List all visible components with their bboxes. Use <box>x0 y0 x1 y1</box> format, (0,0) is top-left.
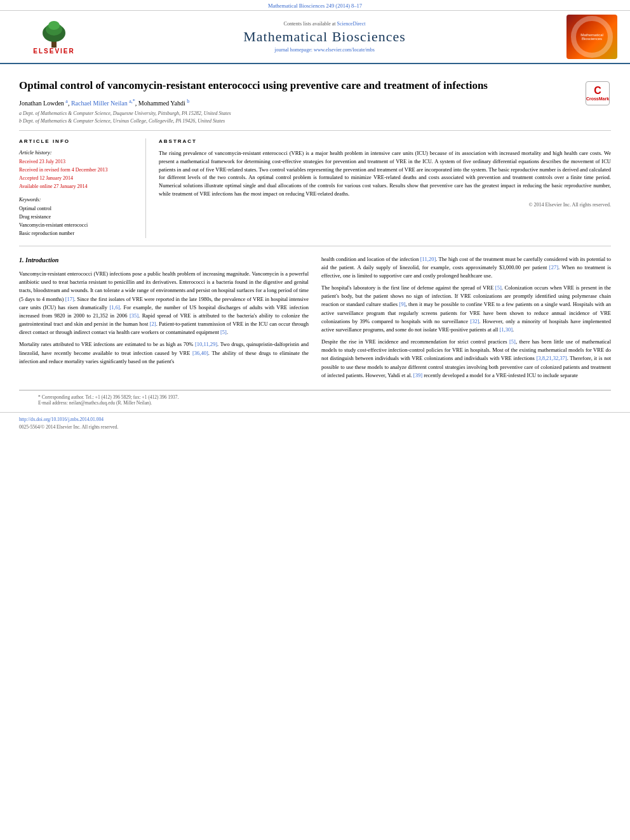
author-jonathan: Jonathan Lowden <box>19 100 64 107</box>
right-para-3: Despite the rise in VRE incidence and re… <box>321 338 611 380</box>
ref-10-11-29[interactable]: [10,11,29] <box>195 341 217 347</box>
journal-header-left: ELSEVIER <box>13 19 95 55</box>
right-para-1: health condition and location of the inf… <box>321 255 611 281</box>
keyword-3: Vancomycin-resistant enterococci <box>19 222 136 230</box>
keywords-title: Keywords: <box>19 197 136 203</box>
article-info-abstract-section: ARTICLE INFO Article history: Received 2… <box>19 131 611 246</box>
affiliations: a Dept. of Mathematics & Computer Scienc… <box>19 110 579 125</box>
main-content: Optimal control of vancomycin-resistant … <box>0 64 630 390</box>
these-word: these <box>245 350 256 356</box>
journal-issue-info: Mathematical Biosciences 249 (2014) 8–17 <box>268 3 362 9</box>
abstract-heading: ABSTRACT <box>159 138 611 144</box>
ref-5a[interactable]: [5] <box>220 329 227 335</box>
keyword-4: Basic reproduction number <box>19 230 136 238</box>
article-title: Optimal control of vancomycin-resistant … <box>19 78 579 93</box>
affiliation-a: a Dept. of Mathematics & Computer Scienc… <box>19 110 579 117</box>
svg-rect-0 <box>51 41 57 48</box>
sup-b: b <box>187 98 189 104</box>
body-two-columns: 1. Introduction Vancomycin-resistant ent… <box>19 255 611 383</box>
affiliation-b: b Dept. of Mathematics & Computer Scienc… <box>19 117 579 125</box>
footnote-star: * Corresponding author. Tel.: +1 (412) 3… <box>38 394 592 400</box>
ref-5c[interactable]: [5] <box>509 338 516 345</box>
body-right-column: health condition and location of the inf… <box>321 255 611 383</box>
article-history: Article history: Received 23 July 2013 R… <box>19 149 136 190</box>
ref-27[interactable]: [27] <box>549 264 558 270</box>
sup-a1: a <box>65 98 68 104</box>
ref-5b[interactable]: [5] <box>495 284 502 291</box>
journal-top-bar: Mathematical Biosciences 249 (2014) 8–17 <box>0 0 630 11</box>
intro-para-1: Vancomycin-resistant enterococci (VRE) i… <box>19 270 309 337</box>
body-section: 1. Introduction Vancomycin-resistant ent… <box>19 246 611 383</box>
article-title-text: Optimal control of vancomycin-resistant … <box>19 78 579 125</box>
elsevier-tree-icon <box>35 19 73 48</box>
ref-32a[interactable]: [32] <box>470 318 479 324</box>
crossmark-inner: C CrossMark <box>586 84 609 102</box>
ref-3-8-21-32-37[interactable]: [3,8,21,32,37] <box>537 355 567 361</box>
ref-39[interactable]: [39] <box>413 372 422 378</box>
crossmark-box[interactable]: C CrossMark <box>586 81 610 105</box>
crossmark-badge[interactable]: C CrossMark <box>586 81 611 107</box>
ref-1-30[interactable]: [1,30] <box>500 326 513 333</box>
ref-11-20[interactable]: [11,20] <box>420 256 436 262</box>
journal-header-right: MathematicalBiosciences <box>554 15 617 59</box>
page-footer: http://dx.doi.org/10.1016/j.mbs.2014.01.… <box>0 412 630 434</box>
elsevier-logo: ELSEVIER <box>33 19 74 55</box>
abstract-text: The rising prevalence of vancomycin-resi… <box>159 149 611 198</box>
elsevier-name: ELSEVIER <box>33 48 74 55</box>
page-wrapper: Mathematical Biosciences 249 (2014) 8–17… <box>0 0 630 840</box>
article-title-section: Optimal control of vancomycin-resistant … <box>19 70 611 131</box>
author-rachael[interactable]: Rachael Miller Neilan <box>71 100 128 107</box>
footnote-section: * Corresponding author. Tel.: +1 (412) 3… <box>19 390 611 406</box>
journal-header: ELSEVIER Contents lists available at Sci… <box>0 11 630 64</box>
copyright-line: © 2014 Elsevier Inc. All rights reserved… <box>159 202 611 208</box>
body-left-column: 1. Introduction Vancomycin-resistant ent… <box>19 255 309 383</box>
ref-35[interactable]: [35] <box>130 312 138 319</box>
available-date: Available online 27 January 2014 <box>19 183 136 191</box>
ref-9[interactable]: [9] <box>399 301 406 307</box>
footer-copyright: 0025-5564/© 2014 Elsevier Inc. All right… <box>19 424 611 430</box>
author-mohammed: Mohammed Yahdi <box>138 100 185 107</box>
ref-17[interactable]: [17] <box>65 296 74 302</box>
svg-point-3 <box>48 21 60 30</box>
journal-image-label: MathematicalBiosciences <box>580 33 603 41</box>
section-1-title: 1. Introduction <box>19 255 309 265</box>
journal-title: Mathematical Biosciences <box>243 29 406 45</box>
right-para-2: The hospital's laboratory is the first l… <box>321 284 611 334</box>
footnote-email: E-mail address: neilan@mathcs.duq.edu (R… <box>38 400 592 406</box>
ref-1-6[interactable]: [1,6] <box>110 304 120 310</box>
authors-line: Jonathan Lowden a, Rachael Miller Neilan… <box>19 98 579 107</box>
article-info-column: ARTICLE INFO Article history: Received 2… <box>19 138 146 237</box>
ref-36-40[interactable]: [36,40] <box>192 350 208 356</box>
contents-line: Contents lists available at ScienceDirec… <box>284 21 366 27</box>
keyword-2: Drug resistance <box>19 213 136 222</box>
journal-header-center: Contents lists available at ScienceDirec… <box>102 21 547 53</box>
article-info-heading: ARTICLE INFO <box>19 138 136 144</box>
received-date: Received 23 July 2013 <box>19 158 136 166</box>
journal-cover-image: MathematicalBiosciences <box>566 15 617 59</box>
sup-a2: a,* <box>129 98 135 104</box>
ref-2[interactable]: [2] <box>150 321 156 327</box>
keywords-section: Keywords: Optimal control Drug resistanc… <box>19 197 136 237</box>
revised-date: Received in revised form 4 December 2013 <box>19 166 136 175</box>
journal-homepage: journal homepage: www.elsevier.com/locat… <box>274 47 375 53</box>
history-title: Article history: <box>19 149 136 156</box>
keyword-1: Optimal control <box>19 205 136 213</box>
abstract-column: ABSTRACT The rising prevalence of vancom… <box>159 138 611 237</box>
doi-link[interactable]: http://dx.doi.org/10.1016/j.mbs.2014.01.… <box>19 417 611 422</box>
sciencedirect-link[interactable]: ScienceDirect <box>337 21 366 27</box>
accepted-date: Accepted 12 January 2014 <box>19 175 136 183</box>
intro-para-2: Mortality rates attributed to VRE infect… <box>19 340 309 366</box>
